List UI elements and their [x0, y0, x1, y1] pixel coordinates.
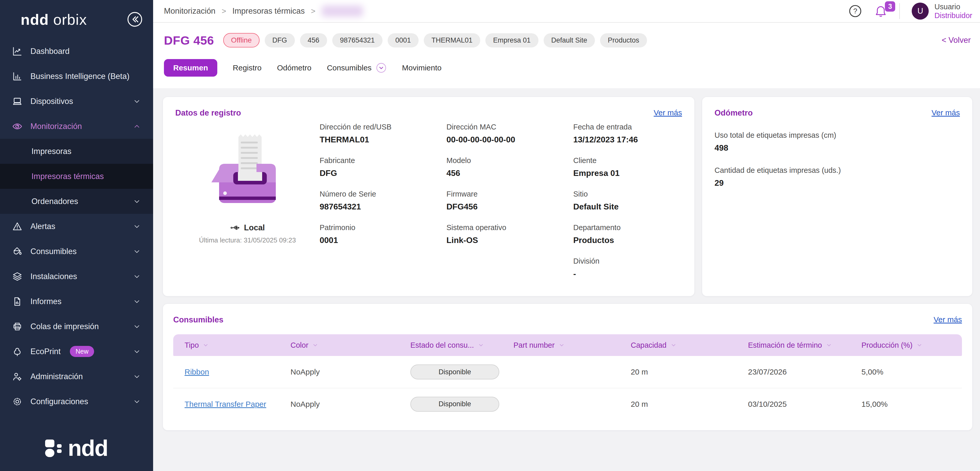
- field-value: 498: [714, 143, 960, 153]
- registro-column-2: Dirección MAC 00-00-00-00-00-00 Modelo 4…: [446, 123, 555, 291]
- sidebar-item-label: Impresoras térmicas: [32, 172, 104, 181]
- sidebar-item-configuraciones[interactable]: Configuraciones: [0, 389, 153, 414]
- column-header-color[interactable]: Color: [291, 341, 410, 350]
- sidebar-item-impresoras-termicas[interactable]: Impresoras térmicas: [0, 164, 153, 189]
- sidebar-item-alertas[interactable]: Alertas: [0, 214, 153, 239]
- user-name: Usuario: [934, 2, 972, 11]
- chevron-down-icon: [132, 347, 141, 356]
- field-value: Productos: [573, 235, 682, 245]
- sidebar-item-ecoprint[interactable]: EcoPrint New: [0, 339, 153, 364]
- connection-row: Local: [230, 223, 265, 233]
- field-value: DFG: [320, 168, 428, 178]
- eye-icon: [12, 121, 23, 132]
- breadcrumb-impresoras-termicas[interactable]: Impresoras térmicas: [232, 6, 305, 16]
- connection-type: Local: [244, 223, 265, 232]
- field-label: Sitio: [573, 190, 682, 198]
- breadcrumb-monitorizacion[interactable]: Monitorización: [164, 6, 215, 16]
- tab-registro[interactable]: Registro: [233, 59, 262, 77]
- question-mark-icon: ?: [848, 4, 862, 18]
- sidebar-item-business-intelligence[interactable]: Business Intelligence (Beta): [0, 64, 153, 89]
- sidebar-item-impresoras[interactable]: Impresoras: [0, 139, 153, 164]
- warning-triangle-icon: [12, 221, 23, 232]
- field-value: 00-00-00-00-00-00: [446, 135, 555, 144]
- sidebar-item-dispositivos[interactable]: Dispositivos: [0, 89, 153, 114]
- sidebar-footer-logo: ndd: [0, 435, 153, 461]
- sidebar-item-administracion[interactable]: Administración: [0, 364, 153, 389]
- registro-ver-mas-link[interactable]: Ver más: [654, 109, 682, 117]
- tab-dropdown-icon[interactable]: [376, 62, 387, 73]
- sort-chevron-icon: [558, 342, 565, 348]
- field-label: Uso total de etiquetas impresas (cm): [714, 131, 960, 139]
- table-row: Ribbon NoApply Disponible 20 m 23/07/202…: [173, 356, 962, 388]
- user-gear-icon: [12, 371, 23, 382]
- field-value: Empresa 01: [573, 168, 682, 178]
- chevron-down-icon: [132, 247, 141, 256]
- breadcrumb-redacted-item: [322, 5, 363, 17]
- column-header-produccion[interactable]: Producción (%): [861, 341, 962, 350]
- printer-icon: [12, 321, 23, 332]
- sidebar-item-label: Colas de impresión: [30, 322, 99, 331]
- topbar-actions: ? 3 U Usuario Distribuidor: [848, 2, 972, 20]
- sort-chevron-icon: [477, 342, 484, 348]
- tag-modelo: 456: [300, 33, 327, 48]
- tab-consumibles-label: Consumibles: [327, 64, 371, 72]
- tab-movimiento[interactable]: Movimiento: [402, 59, 442, 77]
- field-value: DFG456: [446, 202, 555, 211]
- field-fecha-entrada: Fecha de entrada 13/12/2023 17:46: [573, 123, 682, 144]
- field-label: Número de Serie: [320, 190, 428, 198]
- field-value: Default Site: [573, 202, 682, 211]
- cell-produccion: 15,00%: [861, 400, 962, 409]
- help-button[interactable]: ?: [848, 4, 862, 18]
- notifications-button[interactable]: 3: [874, 4, 888, 18]
- chevron-down-icon: [132, 397, 141, 406]
- odometro-ver-mas-link[interactable]: Ver más: [932, 109, 960, 117]
- sidebar-item-label: Consumibles: [30, 247, 76, 256]
- column-header-tipo[interactable]: Tipo: [173, 341, 291, 350]
- column-header-estado[interactable]: Estado del consu...: [410, 341, 514, 350]
- sidebar-item-consumibles[interactable]: Consumibles: [0, 239, 153, 264]
- user-menu[interactable]: U Usuario Distribuidor: [912, 2, 972, 20]
- sidebar-item-label: Informes: [30, 297, 62, 306]
- sidebar-item-colas-impresion[interactable]: Colas de impresión: [0, 314, 153, 339]
- consumible-link-thermal-paper[interactable]: Thermal Transfer Paper: [185, 400, 266, 408]
- consumible-link-ribbon[interactable]: Ribbon: [185, 367, 209, 376]
- sidebar-item-ordenadores[interactable]: Ordenadores: [0, 189, 153, 214]
- consumibles-card: Consumibles Ver más Tipo Color Estado de…: [163, 304, 972, 430]
- printer-illustration-block: Local Última lectura: 31/05/2025 09:23: [175, 120, 320, 291]
- tag-patrimonio: 0001: [388, 33, 418, 48]
- field-label: Modelo: [446, 156, 555, 165]
- field-value: -: [573, 269, 682, 279]
- volver-link[interactable]: < Volver: [942, 35, 971, 45]
- sidebar-item-label: Instalaciones: [30, 272, 77, 281]
- tag-serie: 987654321: [332, 33, 382, 48]
- column-header-capacidad[interactable]: Capacidad: [631, 341, 748, 350]
- cell-estimacion: 03/10/2025: [748, 400, 861, 409]
- consumibles-table: Tipo Color Estado del consu... Part numb…: [173, 334, 962, 420]
- topbar-divider: [899, 3, 900, 19]
- column-header-estimacion[interactable]: Estimación de término: [748, 341, 861, 350]
- chevron-up-icon: [132, 122, 141, 131]
- consumibles-ver-mas-link[interactable]: Ver más: [934, 315, 962, 324]
- sidebar-item-label: Dispositivos: [30, 97, 73, 106]
- column-header-part-number[interactable]: Part number: [514, 341, 631, 350]
- field-label: Cantidad de etiquetas impresas (uds.): [714, 166, 960, 175]
- field-uso-total: Uso total de etiquetas impresas (cm) 498: [714, 131, 960, 153]
- field-label: Fecha de entrada: [573, 123, 682, 131]
- sidebar-collapse-button[interactable]: [127, 11, 143, 27]
- sidebar-item-dashboard[interactable]: Dashboard: [0, 39, 153, 64]
- field-cantidad-etiquetas: Cantidad de etiquetas impresas (uds.) 29: [714, 166, 960, 188]
- tag-direccion: THERMAL01: [424, 33, 480, 48]
- avatar: U: [912, 3, 929, 19]
- tab-odometro[interactable]: Odómetro: [277, 59, 311, 77]
- cards-area: Datos de registro Ver más: [153, 88, 980, 430]
- sidebar-item-informes[interactable]: Informes: [0, 289, 153, 314]
- tab-resumen[interactable]: Resumen: [164, 59, 217, 77]
- new-badge: New: [70, 346, 94, 357]
- field-value: 13/12/2023 17:46: [573, 135, 682, 144]
- sidebar-item-instalaciones[interactable]: Instalaciones: [0, 264, 153, 289]
- tab-consumibles[interactable]: Consumibles: [327, 58, 387, 77]
- sidebar-item-monitorizacion[interactable]: Monitorización: [0, 114, 153, 139]
- field-patrimonio: Patrimonio 0001: [320, 224, 428, 245]
- sidebar-item-label: EcoPrint: [30, 347, 60, 356]
- sidebar-item-label: Alertas: [30, 222, 55, 231]
